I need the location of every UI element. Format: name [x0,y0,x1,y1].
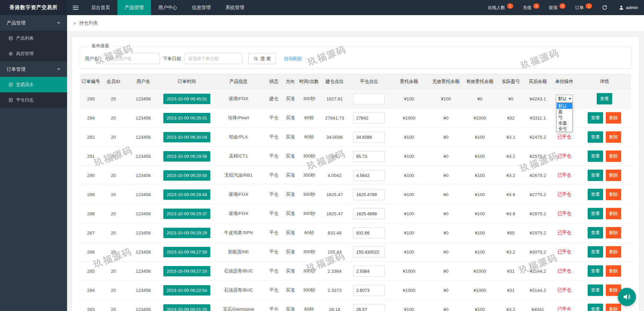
order-date-input[interactable] [184,53,242,64]
member-id: 20 [102,185,125,204]
delete-button[interactable]: 删除 [606,189,621,200]
valid-entrust-balance: ¥100 [463,147,497,166]
stat-withdraw[interactable]: 提现 0 [544,0,570,15]
invalid-entrust-balance: ¥0 [429,262,463,281]
nav-item-products[interactable]: 产品管理 [117,0,151,15]
auto-refresh-link[interactable]: 自动刷新 [284,56,302,62]
nav-item-home[interactable]: 后台首页 [84,0,117,15]
select-option[interactable]: 默认 [557,103,572,109]
order-time-button[interactable]: 2023-10-09 09:29:44 [163,189,211,200]
select-option[interactable]: 亏 [557,115,572,120]
sound-button[interactable] [618,288,636,306]
delete-button[interactable]: 删除 [606,304,621,311]
view-button[interactable]: 查看 [588,150,603,162]
header-right: 在线人数 1 充值 0 提现 0 订单 1 admin [483,0,644,15]
sidebar-group-orders[interactable]: 订单管理 [0,61,67,77]
close-point-input[interactable] [353,247,385,258]
close-point-input[interactable] [353,151,385,162]
status-label: 平仓 [265,147,283,166]
table-row: 295201234562023-10-09 09:45:51玻璃/FGX建仓买涨… [80,89,631,108]
close-point-input[interactable] [353,170,385,181]
close-point-input[interactable] [353,266,385,277]
table-row: 287201234562023-10-09 09:29:29牛皮纸浆/SPN平仓… [80,223,631,242]
order-time-cell: 2023-10-09 09:29:56 [162,147,212,166]
delete-button[interactable]: 删除 [606,112,621,124]
control-select[interactable]: 默认 [556,95,573,103]
close-point-input[interactable] [353,227,385,238]
close-point-input[interactable] [353,208,385,219]
page-title: 持仓列表 [79,20,98,26]
nav-item-users[interactable]: 用户中心 [151,0,184,15]
after-buy-balance: ¥3075.2 [525,242,551,262]
product-info: 无铅汽油/RB1 [212,166,265,185]
delete-button[interactable]: 删除 [606,150,621,162]
delete-button[interactable]: 删除 [606,131,621,143]
member-id: 20 [102,262,125,281]
valid-entrust-balance: ¥1000 [463,281,497,300]
order-time-button[interactable]: 2023-10-09 09:29:56 [163,151,211,162]
select-option[interactable]: 全盈 [557,120,572,126]
view-button[interactable]: 查看 [588,265,603,277]
delete-button[interactable]: 删除 [606,227,621,238]
stat-recharge[interactable]: 充值 0 [518,0,544,15]
view-button[interactable]: 查看 [588,284,603,296]
delete-button[interactable]: 删除 [606,170,621,181]
stat-online[interactable]: 在线人数 1 [483,0,518,15]
view-button[interactable]: 查看 [597,93,612,104]
stat-orders[interactable]: 订单 1 [570,0,596,15]
product-info: 铂金/PLA [212,128,265,147]
status-label: 平仓 [265,300,283,311]
select-option[interactable]: 盈 [557,109,572,115]
order-time-button[interactable]: 2023-10-09 09:29:50 [163,170,211,181]
invalid-entrust-balance: ¥0 [429,223,463,242]
view-button[interactable]: 查看 [588,246,603,258]
delete-button[interactable]: 删除 [606,265,621,277]
order-time-button[interactable]: 2023-10-09 09:27:59 [163,247,211,257]
order-time-button[interactable]: 2023-10-09 09:22:54 [163,285,211,296]
view-button[interactable]: 查看 [588,208,603,219]
main-area: » 持仓列表 条件搜索 用户名 下单日期 搜 索 自动刷新 [67,15,644,311]
order-time-button[interactable]: 2023-10-09 09:30:04 [163,132,211,142]
sidebar-item-risk[interactable]: 风控管理 [0,46,67,61]
order-time-button[interactable]: 2023-10-09 09:29:37 [163,209,211,219]
close-point-input[interactable] [353,304,385,311]
close-point-input[interactable] [353,285,385,296]
member-id: 20 [102,89,125,108]
view-button[interactable]: 查看 [588,112,603,124]
close-point-input[interactable] [353,93,385,104]
nav-item-system[interactable]: 系统管理 [218,0,252,15]
sidebar-group-products[interactable]: 产品管理 [0,15,67,31]
close-point-input[interactable] [353,189,385,200]
nav-item-info[interactable]: 信息管理 [184,0,218,15]
view-button[interactable]: 查看 [588,189,603,200]
order-time-button[interactable]: 2023-10-09 09:21:20 [163,304,211,311]
stat-online-label: 在线人数 [488,5,505,11]
username-input[interactable] [102,53,160,64]
order-time-button[interactable]: 2023-10-09 09:27:33 [163,266,211,276]
sidebar-item-close-log[interactable]: 平仓日志 [0,92,67,108]
search-button[interactable]: 搜 索 [248,53,276,64]
valid-entrust-balance: ¥100 [463,185,497,204]
order-time-button[interactable]: 2023-10-09 09:29:29 [163,228,211,238]
refresh-icon[interactable] [597,0,613,15]
view-button[interactable]: 查看 [588,170,603,181]
product-info: 宝石/Gemstone [212,300,265,311]
after-buy-balance: ¥3144.2 [525,281,551,300]
invalid-entrust-balance: ¥0 [429,128,463,147]
view-button[interactable]: 查看 [588,304,603,311]
order-time-button[interactable]: 2023-10-09 09:45:51 [163,94,211,104]
close-point-input[interactable] [353,113,385,124]
view-button[interactable]: 查看 [588,227,603,238]
close-point-input[interactable] [353,132,385,143]
select-option[interactable]: 全亏 [557,126,572,132]
sound-icon [623,293,631,301]
view-button[interactable]: 查看 [588,131,603,143]
sidebar-item-trade-flow[interactable]: 交易流水 [0,77,67,92]
delete-button[interactable]: 删除 [606,246,621,258]
order-time-button[interactable]: 2023-10-09 09:35:01 [163,113,211,123]
user-menu[interactable]: admin [613,0,644,15]
hamburger-icon[interactable] [67,0,84,15]
entrust-balance: ¥1000 [389,262,429,281]
sidebar-item-product-list[interactable]: 产品列表 [0,31,67,46]
delete-button[interactable]: 删除 [606,208,621,219]
